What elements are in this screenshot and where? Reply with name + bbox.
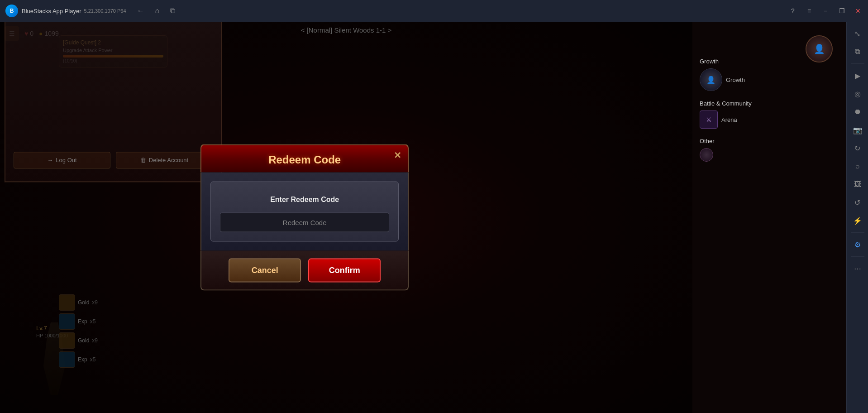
- titlebar-nav: ← ⌂ ⧉: [135, 5, 177, 17]
- separator-3: [851, 256, 864, 257]
- logout-icon-bg: →: [47, 157, 53, 163]
- battle-section: Battle & Community ⚔ Arena: [700, 100, 839, 129]
- redeem-code-input[interactable]: [220, 213, 389, 232]
- growth-content: 👤 Growth: [700, 68, 839, 91]
- bs-macro-btn[interactable]: ⚡: [849, 212, 866, 229]
- redeem-input-area: Enter Redeem Code: [210, 182, 399, 242]
- multi-button[interactable]: ⧉: [168, 5, 177, 17]
- avatar: 👤: [806, 35, 833, 62]
- delete-icon-bg: 🗑: [140, 157, 146, 163]
- maximize-button[interactable]: ❐: [837, 6, 846, 15]
- window-controls: ? ≡ − ❐ ✕: [788, 6, 863, 15]
- growth-section: Growth 👤 Growth: [700, 58, 839, 91]
- separator-1: [851, 63, 864, 64]
- game-background: ☰ ♥ 0 ● 1099 < [Normal] Silent Woods 1-1…: [0, 22, 692, 413]
- separator-2: [851, 232, 864, 233]
- bluestacks-sidebar: ⤡ ⧉ ▶ ◎ ⏺ 📷 ↻ ⌕ 🖼 ↺ ⚡ ⚙ ⋯: [846, 22, 868, 413]
- app-logo: B: [5, 5, 18, 17]
- bs-record-btn[interactable]: ⏺: [849, 104, 866, 120]
- settings-modal-background: Settings ✕ → Log Out 🗑 Delete Account: [5, 22, 222, 182]
- bs-photo-btn[interactable]: 🖼: [849, 176, 866, 192]
- arena-label: Arena: [721, 116, 737, 123]
- redeem-close-button[interactable]: ✕: [394, 150, 401, 161]
- game-right-panel: 👤 Growth 👤 Growth Battle & Community ⚔ A…: [692, 22, 846, 413]
- bs-camera-btn[interactable]: ◎: [849, 86, 866, 102]
- other-icon: [700, 148, 713, 162]
- bs-video-btn[interactable]: ▶: [849, 67, 866, 84]
- growth-avatar: 👤: [700, 68, 722, 91]
- growth-label-text: Growth: [726, 77, 745, 83]
- home-button[interactable]: ⌂: [153, 5, 162, 17]
- bs-more-btn[interactable]: ⋯: [849, 260, 866, 277]
- delete-account-button-bg: 🗑 Delete Account: [116, 152, 213, 168]
- delete-label-bg: Delete Account: [149, 157, 188, 163]
- close-button[interactable]: ✕: [854, 6, 863, 15]
- redeem-title: Redeem Code: [268, 154, 341, 166]
- bs-refresh-btn[interactable]: ↺: [849, 194, 866, 211]
- app-version: 5.21.300.1070 P64: [84, 8, 126, 14]
- logout-button-bg: → Log Out: [14, 152, 110, 168]
- growth-icon: 👤: [706, 76, 715, 84]
- minimize-button[interactable]: −: [821, 6, 830, 15]
- bs-expand-btn[interactable]: ⤡: [849, 25, 866, 42]
- battle-symbol: ⚔: [706, 116, 712, 123]
- settings-body: → Log Out 🗑 Delete Account: [5, 22, 222, 182]
- back-button[interactable]: ←: [135, 5, 146, 17]
- bs-search-btn[interactable]: ⌕: [849, 158, 866, 174]
- bs-expand2-btn[interactable]: ⧉: [849, 43, 866, 60]
- battle-community-title: Battle & Community: [700, 100, 839, 107]
- bs-screenshot-btn[interactable]: 📷: [849, 122, 866, 138]
- bs-rotate-btn[interactable]: ↻: [849, 140, 866, 156]
- other-title: Other: [700, 138, 839, 144]
- app-title: BlueStacks App Player: [22, 8, 81, 14]
- logout-label-bg: Log Out: [56, 157, 76, 163]
- avatar-icon: 👤: [814, 43, 825, 54]
- redeem-header: Redeem Code ✕: [200, 144, 409, 173]
- battle-icon: ⚔: [700, 110, 718, 129]
- other-section: Other: [700, 138, 839, 162]
- help-button[interactable]: ?: [788, 6, 797, 15]
- battle-content: ⚔ Arena: [700, 110, 839, 129]
- menu-button[interactable]: ≡: [805, 6, 814, 15]
- confirm-button[interactable]: Confirm: [308, 259, 381, 283]
- settings-bottom-row: → Log Out 🗑 Delete Account: [14, 152, 213, 168]
- titlebar: B BlueStacks App Player 5.21.300.1070 P6…: [0, 0, 868, 22]
- redeem-footer: Cancel Confirm: [200, 251, 409, 291]
- redeem-code-modal: Redeem Code ✕ Enter Redeem Code Cancel C…: [200, 144, 409, 291]
- redeem-body: Enter Redeem Code: [200, 173, 409, 251]
- cancel-button[interactable]: Cancel: [229, 259, 301, 283]
- redeem-label: Enter Redeem Code: [220, 196, 389, 204]
- bs-settings-btn[interactable]: ⚙: [849, 236, 866, 253]
- other-content: [700, 148, 839, 162]
